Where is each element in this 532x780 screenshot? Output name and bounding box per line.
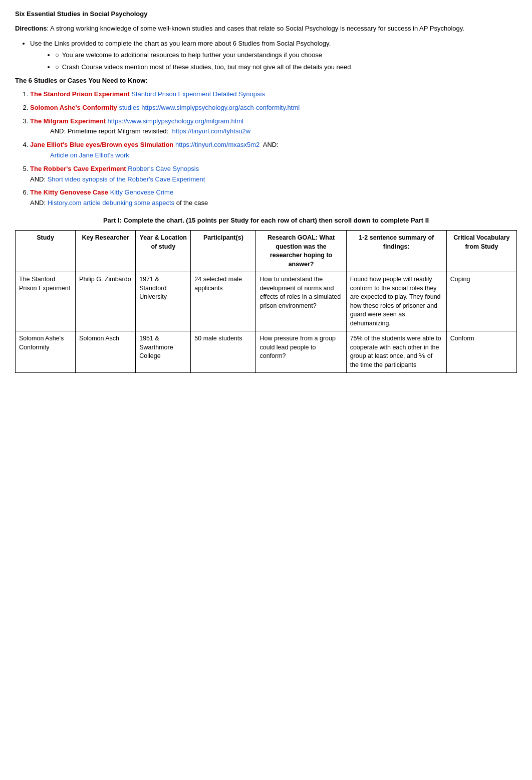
studies-heading: The 6 Studies or Cases You Need to Know: [15, 77, 517, 84]
td-study-1: The Stanford Prison Experiment [16, 272, 76, 331]
directions-text: : A strong working knowledge of some wel… [47, 25, 464, 32]
study-and-3: AND: Primetime report Milgram revisited:… [50, 126, 517, 137]
table-row: Solomon Ashe's Conformity Solomon Asch 1… [16, 331, 517, 373]
th-study: Study [16, 231, 76, 272]
bullet-item-1: Use the Links provided to complete the c… [30, 39, 517, 49]
study-link-2[interactable]: studies https://www.simplypsychology.org… [119, 104, 300, 111]
study-name-3: The Milgram Experiment [30, 117, 106, 125]
study-and-6: AND: History.com article debunking some … [30, 198, 517, 209]
th-participants: Participant(s) [191, 231, 256, 272]
study-and-link-3[interactable]: https://tinyurl.com/tyhtsu2w [172, 127, 250, 135]
th-summary: 1-2 sentence summary of findings: [346, 231, 446, 272]
study-name-2: Solomon Ashe's Conformity [30, 104, 117, 111]
th-researcher: Key Researcher [76, 231, 136, 272]
directions-label: Directions [15, 25, 47, 32]
sub-item-1: You are welcome to additional resources … [55, 50, 517, 60]
td-study-2: Solomon Ashe's Conformity [16, 331, 76, 373]
bullet-list: Use the Links provided to complete the c… [30, 39, 517, 72]
studies-ol: The Stanford Prison Experiment Stanford … [25, 89, 517, 209]
list-item: Jane Elliot's Blue eyes/Brown eyes Simul… [30, 140, 517, 161]
td-vocab-2: Conform [446, 331, 516, 373]
list-item: Solomon Ashe's Conformity studies https:… [30, 103, 517, 113]
study-name-6: The Kitty Genovese Case [30, 188, 108, 196]
list-item: The Stanford Prison Experiment Stanford … [30, 89, 517, 100]
directions: Directions: A strong working knowledge o… [15, 24, 517, 34]
study-link-1[interactable]: Stanford Prison Experiment Detailed Syno… [131, 90, 265, 98]
table-header-row: Study Key Researcher Year & Location of … [16, 231, 517, 272]
td-goal-1: How to understand the development of nor… [256, 272, 346, 331]
study-name-5: The Robber's Cave Experiment [30, 165, 126, 172]
study-and-link-6[interactable]: History.com article debunking some aspec… [48, 199, 174, 207]
study-name-4: Jane Elliot's Blue eyes/Brown eyes Simul… [30, 141, 173, 148]
th-research: Research GOAL: What question was the res… [256, 231, 346, 272]
study-link-6[interactable]: Kitty Genovese Crime [110, 188, 173, 196]
td-participants-2: 50 male students [191, 331, 256, 373]
study-and-link-4[interactable]: Article on Jane Elliot's work [50, 151, 129, 159]
study-and-link-5[interactable]: Short video synopsis of the Robber's Cav… [48, 175, 205, 183]
list-item: The Robber's Cave Experiment Robber's Ca… [30, 164, 517, 185]
study-chart: Study Key Researcher Year & Location of … [15, 230, 517, 373]
sub-list: You are welcome to additional resources … [55, 50, 517, 72]
page-title: Six Essential Studies in Social Psycholo… [15, 10, 517, 18]
list-item: The Kitty Genovese Case Kitty Genovese C… [30, 187, 517, 209]
study-link-5[interactable]: Robber's Cave Synopsis [128, 165, 199, 172]
td-researcher-2: Solomon Asch [76, 331, 136, 373]
study-link-4[interactable]: https://tinyurl.com/mxasx5m2 [175, 141, 259, 148]
td-participants-1: 24 selected male applicants [191, 272, 256, 331]
td-year-2: 1951 & Swarthmore College [136, 331, 191, 373]
sub-item-2: Crash Course videos mention most of thes… [55, 62, 517, 72]
th-vocab: Critical Vocabulary from Study [446, 231, 516, 272]
th-year: Year & Location of study [136, 231, 191, 272]
td-year-1: 1971 & Standford University [136, 272, 191, 331]
study-and-5: AND: Short video synopsis of the Robber'… [30, 174, 517, 185]
td-vocab-1: Coping [446, 272, 516, 331]
table-row: The Stanford Prison Experiment Philip G.… [16, 272, 517, 331]
list-item: The Milgram Experiment https://www.simpl… [30, 116, 517, 137]
part-heading: Part I: Complete the chart. (15 points p… [15, 216, 517, 226]
td-summary-2: 75% of the students were able to coopera… [346, 331, 446, 373]
td-researcher-1: Philip G. Zimbardo [76, 272, 136, 331]
studies-list: The Stanford Prison Experiment Stanford … [25, 89, 517, 209]
study-link-3[interactable]: https://www.simplypsychology.org/milgram… [108, 117, 243, 125]
study-and-4: Article on Jane Elliot's work [50, 150, 517, 161]
td-goal-2: How pressure from a group could lead peo… [256, 331, 346, 373]
td-summary-1: Found how people will readily conform to… [346, 272, 446, 331]
study-name-1: The Stanford Prison Experiment [30, 90, 130, 98]
